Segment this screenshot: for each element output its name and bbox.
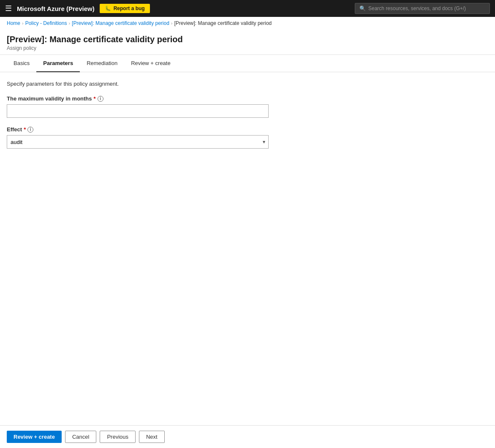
tab-remediation[interactable]: Remediation [80, 55, 124, 72]
breadcrumb-sep-3: › [171, 21, 173, 26]
effect-required: * [24, 126, 26, 133]
breadcrumb-policy-definitions[interactable]: Policy - Definitions [25, 20, 67, 26]
breadcrumb: Home › Policy - Definitions › [Preview]:… [0, 17, 495, 30]
hamburger-icon[interactable]: ☰ [5, 4, 12, 13]
main-wrapper: Home › Policy - Definitions › [Preview]:… [0, 17, 495, 448]
cancel-button[interactable]: Cancel [65, 431, 96, 443]
app-title: Microsoft Azure (Preview) [17, 5, 95, 12]
validity-info-icon[interactable]: i [98, 96, 103, 102]
effect-label: Effect * i [7, 126, 488, 133]
footer: Review + create Cancel Previous Next [0, 425, 495, 448]
search-input[interactable] [368, 5, 485, 11]
report-bug-label: Report a bug [114, 5, 145, 11]
validity-input[interactable] [7, 104, 269, 118]
search-icon: 🔍 [359, 5, 366, 11]
topbar: ☰ Microsoft Azure (Preview) 🐛 Report a b… [0, 0, 495, 17]
content-area: Basics Parameters Remediation Review + c… [0, 55, 495, 425]
bug-icon: 🐛 [105, 5, 111, 11]
form-content: Specify parameters for this policy assig… [0, 72, 495, 166]
page-subtitle: Assign policy [7, 45, 488, 51]
validity-required: * [94, 95, 96, 102]
effect-label-text: Effect [7, 126, 22, 133]
tab-review-create[interactable]: Review + create [124, 55, 177, 72]
effect-select[interactable]: audit deny disabled [7, 135, 269, 149]
breadcrumb-home[interactable]: Home [7, 20, 20, 26]
breadcrumb-current: [Preview]: Manage certificate validity p… [174, 20, 272, 26]
effect-select-wrapper: audit deny disabled ▾ [7, 135, 269, 149]
tab-parameters[interactable]: Parameters [36, 55, 80, 72]
breadcrumb-sep-1: › [22, 21, 24, 26]
search-bar: 🔍 [355, 3, 490, 14]
validity-label: The maximum validity in months * i [7, 95, 488, 102]
form-description: Specify parameters for this policy assig… [7, 81, 488, 87]
review-create-button[interactable]: Review + create [7, 431, 62, 443]
breadcrumb-manage-cert[interactable]: [Preview]: Manage certificate validity p… [72, 20, 169, 26]
breadcrumb-sep-2: › [68, 21, 70, 26]
tabs-container: Basics Parameters Remediation Review + c… [0, 55, 495, 72]
report-bug-button[interactable]: 🐛 Report a bug [100, 4, 150, 13]
previous-button[interactable]: Previous [100, 431, 136, 443]
tab-basics[interactable]: Basics [7, 55, 36, 72]
effect-field-group: Effect * i audit deny disabled ▾ [7, 126, 488, 149]
page-title: [Preview]: Manage certificate validity p… [7, 35, 488, 44]
page-header: [Preview]: Manage certificate validity p… [0, 30, 495, 55]
effect-info-icon[interactable]: i [27, 127, 33, 133]
validity-label-text: The maximum validity in months [7, 95, 92, 102]
validity-field-group: The maximum validity in months * i [7, 95, 488, 118]
next-button[interactable]: Next [139, 431, 165, 443]
